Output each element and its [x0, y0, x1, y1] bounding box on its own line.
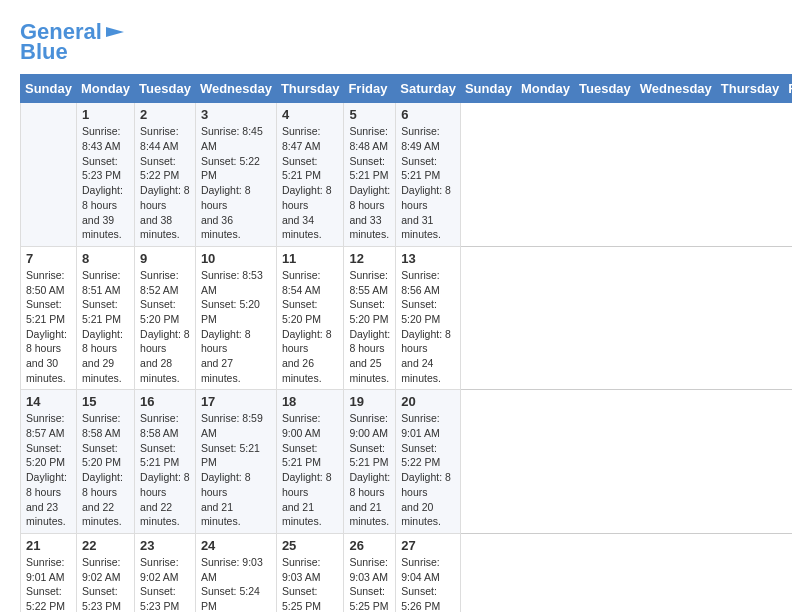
column-header-saturday: Saturday: [396, 75, 461, 103]
day-info: Sunrise: 8:52 AM Sunset: 5:20 PM Dayligh…: [140, 268, 190, 386]
day-number: 22: [82, 538, 129, 553]
calendar-cell: 16Sunrise: 8:58 AM Sunset: 5:21 PM Dayli…: [135, 390, 196, 534]
calendar-cell: 23Sunrise: 9:02 AM Sunset: 5:23 PM Dayli…: [135, 533, 196, 612]
day-number: 14: [26, 394, 71, 409]
logo: General Blue: [20, 20, 124, 64]
day-info: Sunrise: 8:50 AM Sunset: 5:21 PM Dayligh…: [26, 268, 71, 386]
calendar-week-3: 14Sunrise: 8:57 AM Sunset: 5:20 PM Dayli…: [21, 390, 793, 534]
calendar-cell: 19Sunrise: 9:00 AM Sunset: 5:21 PM Dayli…: [344, 390, 396, 534]
day-info: Sunrise: 9:03 AM Sunset: 5:25 PM Dayligh…: [282, 555, 339, 612]
day-info: Sunrise: 9:04 AM Sunset: 5:26 PM Dayligh…: [401, 555, 455, 612]
day-number: 16: [140, 394, 190, 409]
day-number: 25: [282, 538, 339, 553]
calendar-cell: 1Sunrise: 8:43 AM Sunset: 5:23 PM Daylig…: [76, 103, 134, 247]
day-info: Sunrise: 8:58 AM Sunset: 5:21 PM Dayligh…: [140, 411, 190, 529]
day-number: 10: [201, 251, 271, 266]
day-number: 13: [401, 251, 455, 266]
column-header-wednesday: Wednesday: [195, 75, 276, 103]
calendar-cell: 24Sunrise: 9:03 AM Sunset: 5:24 PM Dayli…: [195, 533, 276, 612]
day-info: Sunrise: 9:01 AM Sunset: 5:22 PM Dayligh…: [26, 555, 71, 612]
day-info: Sunrise: 8:55 AM Sunset: 5:20 PM Dayligh…: [349, 268, 390, 386]
calendar-cell: 20Sunrise: 9:01 AM Sunset: 5:22 PM Dayli…: [396, 390, 461, 534]
calendar-cell: 8Sunrise: 8:51 AM Sunset: 5:21 PM Daylig…: [76, 246, 134, 390]
day-number: 8: [82, 251, 129, 266]
day-info: Sunrise: 8:44 AM Sunset: 5:22 PM Dayligh…: [140, 124, 190, 242]
day-number: 21: [26, 538, 71, 553]
day-number: 15: [82, 394, 129, 409]
calendar-cell: 2Sunrise: 8:44 AM Sunset: 5:22 PM Daylig…: [135, 103, 196, 247]
calendar-cell: 15Sunrise: 8:58 AM Sunset: 5:20 PM Dayli…: [76, 390, 134, 534]
logo-text-blue: Blue: [20, 40, 68, 64]
day-number: 3: [201, 107, 271, 122]
day-number: 19: [349, 394, 390, 409]
day-number: 2: [140, 107, 190, 122]
column-header-monday: Monday: [516, 75, 574, 103]
calendar-cell: 11Sunrise: 8:54 AM Sunset: 5:20 PM Dayli…: [276, 246, 344, 390]
calendar-week-1: 1Sunrise: 8:43 AM Sunset: 5:23 PM Daylig…: [21, 103, 793, 247]
calendar-cell: 4Sunrise: 8:47 AM Sunset: 5:21 PM Daylig…: [276, 103, 344, 247]
day-info: Sunrise: 9:00 AM Sunset: 5:21 PM Dayligh…: [349, 411, 390, 529]
day-info: Sunrise: 9:02 AM Sunset: 5:23 PM Dayligh…: [140, 555, 190, 612]
calendar-cell: [21, 103, 77, 247]
day-info: Sunrise: 8:57 AM Sunset: 5:20 PM Dayligh…: [26, 411, 71, 529]
calendar-table: SundayMondayTuesdayWednesdayThursdayFrid…: [20, 74, 792, 612]
day-number: 20: [401, 394, 455, 409]
calendar-cell: 27Sunrise: 9:04 AM Sunset: 5:26 PM Dayli…: [396, 533, 461, 612]
calendar-cell: 25Sunrise: 9:03 AM Sunset: 5:25 PM Dayli…: [276, 533, 344, 612]
day-number: 23: [140, 538, 190, 553]
column-header-sunday: Sunday: [460, 75, 516, 103]
calendar-cell: 18Sunrise: 9:00 AM Sunset: 5:21 PM Dayli…: [276, 390, 344, 534]
day-info: Sunrise: 8:49 AM Sunset: 5:21 PM Dayligh…: [401, 124, 455, 242]
calendar-cell: 26Sunrise: 9:03 AM Sunset: 5:25 PM Dayli…: [344, 533, 396, 612]
column-header-tuesday: Tuesday: [575, 75, 636, 103]
day-info: Sunrise: 8:47 AM Sunset: 5:21 PM Dayligh…: [282, 124, 339, 242]
day-number: 4: [282, 107, 339, 122]
day-info: Sunrise: 9:00 AM Sunset: 5:21 PM Dayligh…: [282, 411, 339, 529]
day-number: 7: [26, 251, 71, 266]
page-header: General Blue: [20, 20, 772, 64]
day-number: 18: [282, 394, 339, 409]
day-number: 27: [401, 538, 455, 553]
day-info: Sunrise: 8:59 AM Sunset: 5:21 PM Dayligh…: [201, 411, 271, 529]
svg-marker-0: [106, 27, 124, 37]
column-header-friday: Friday: [784, 75, 792, 103]
column-header-sunday: Sunday: [21, 75, 77, 103]
calendar-cell: 3Sunrise: 8:45 AM Sunset: 5:22 PM Daylig…: [195, 103, 276, 247]
day-number: 26: [349, 538, 390, 553]
calendar-cell: 22Sunrise: 9:02 AM Sunset: 5:23 PM Dayli…: [76, 533, 134, 612]
calendar-week-4: 21Sunrise: 9:01 AM Sunset: 5:22 PM Dayli…: [21, 533, 793, 612]
day-number: 11: [282, 251, 339, 266]
calendar-cell: 5Sunrise: 8:48 AM Sunset: 5:21 PM Daylig…: [344, 103, 396, 247]
day-number: 12: [349, 251, 390, 266]
calendar-cell: 14Sunrise: 8:57 AM Sunset: 5:20 PM Dayli…: [21, 390, 77, 534]
day-info: Sunrise: 9:03 AM Sunset: 5:25 PM Dayligh…: [349, 555, 390, 612]
day-number: 1: [82, 107, 129, 122]
calendar-week-2: 7Sunrise: 8:50 AM Sunset: 5:21 PM Daylig…: [21, 246, 793, 390]
calendar-cell: 17Sunrise: 8:59 AM Sunset: 5:21 PM Dayli…: [195, 390, 276, 534]
calendar-cell: 21Sunrise: 9:01 AM Sunset: 5:22 PM Dayli…: [21, 533, 77, 612]
column-header-thursday: Thursday: [276, 75, 344, 103]
calendar-cell: 9Sunrise: 8:52 AM Sunset: 5:20 PM Daylig…: [135, 246, 196, 390]
day-info: Sunrise: 8:45 AM Sunset: 5:22 PM Dayligh…: [201, 124, 271, 242]
column-header-tuesday: Tuesday: [135, 75, 196, 103]
day-info: Sunrise: 8:56 AM Sunset: 5:20 PM Dayligh…: [401, 268, 455, 386]
logo-bird-icon: [106, 25, 124, 39]
day-info: Sunrise: 8:51 AM Sunset: 5:21 PM Dayligh…: [82, 268, 129, 386]
day-number: 9: [140, 251, 190, 266]
column-header-thursday: Thursday: [716, 75, 784, 103]
day-number: 17: [201, 394, 271, 409]
column-header-wednesday: Wednesday: [635, 75, 716, 103]
day-info: Sunrise: 9:01 AM Sunset: 5:22 PM Dayligh…: [401, 411, 455, 529]
day-number: 24: [201, 538, 271, 553]
calendar-cell: 6Sunrise: 8:49 AM Sunset: 5:21 PM Daylig…: [396, 103, 461, 247]
day-info: Sunrise: 8:58 AM Sunset: 5:20 PM Dayligh…: [82, 411, 129, 529]
calendar-cell: 12Sunrise: 8:55 AM Sunset: 5:20 PM Dayli…: [344, 246, 396, 390]
calendar-cell: 7Sunrise: 8:50 AM Sunset: 5:21 PM Daylig…: [21, 246, 77, 390]
day-info: Sunrise: 8:54 AM Sunset: 5:20 PM Dayligh…: [282, 268, 339, 386]
calendar-header-row: SundayMondayTuesdayWednesdayThursdayFrid…: [21, 75, 793, 103]
calendar-cell: 10Sunrise: 8:53 AM Sunset: 5:20 PM Dayli…: [195, 246, 276, 390]
day-info: Sunrise: 8:53 AM Sunset: 5:20 PM Dayligh…: [201, 268, 271, 386]
column-header-friday: Friday: [344, 75, 396, 103]
day-number: 5: [349, 107, 390, 122]
day-number: 6: [401, 107, 455, 122]
